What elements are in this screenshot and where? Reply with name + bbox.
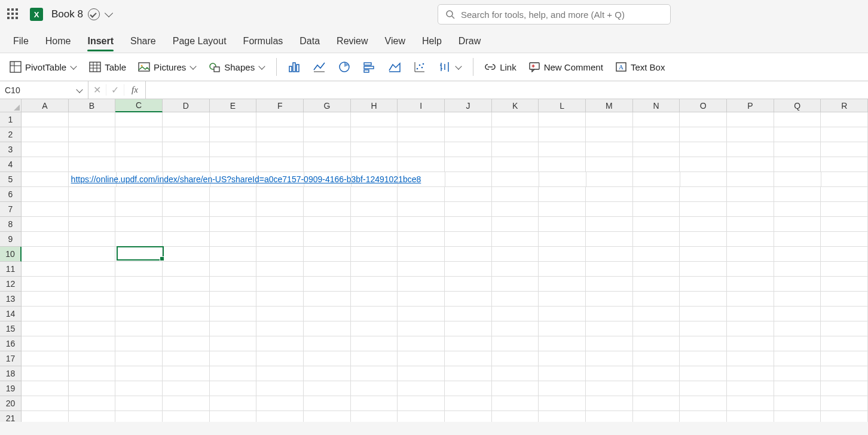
column-header[interactable]: Q [774, 99, 821, 112]
cell[interactable] [492, 262, 539, 277]
cell[interactable] [492, 217, 539, 232]
column-header[interactable]: L [539, 99, 586, 112]
cell[interactable] [633, 247, 680, 262]
cell[interactable] [680, 351, 727, 366]
title-dropdown-icon[interactable] [105, 9, 113, 17]
cell[interactable] [163, 277, 210, 292]
shapes-button[interactable]: Shapes [205, 59, 269, 75]
cell[interactable] [774, 247, 821, 262]
cell[interactable] [492, 277, 539, 292]
cell[interactable] [69, 142, 116, 157]
cell[interactable] [69, 381, 116, 396]
line-chart-button[interactable] [309, 58, 329, 76]
row-header[interactable]: 12 [0, 277, 22, 292]
cell[interactable] [727, 262, 774, 277]
cell[interactable] [351, 262, 398, 277]
cell[interactable] [351, 396, 398, 411]
column-header[interactable]: E [210, 99, 257, 112]
cell[interactable] [633, 366, 680, 381]
cell[interactable] [22, 172, 69, 187]
cell[interactable] [492, 232, 539, 247]
cell[interactable] [163, 351, 210, 366]
cell[interactable] [680, 217, 727, 232]
cell[interactable] [256, 112, 304, 127]
cell[interactable] [22, 247, 69, 262]
row-header[interactable]: 2 [0, 127, 22, 142]
column-header[interactable]: M [586, 99, 633, 112]
cell[interactable] [633, 351, 680, 366]
cell[interactable] [115, 112, 163, 127]
cell[interactable] [539, 187, 586, 202]
cell[interactable] [680, 247, 727, 262]
cell[interactable] [727, 366, 774, 381]
cell[interactable] [680, 411, 727, 422]
cell[interactable] [304, 396, 351, 411]
select-all-corner[interactable] [0, 99, 22, 112]
cell[interactable] [22, 112, 69, 127]
cell[interactable] [680, 127, 727, 142]
fx-icon[interactable]: fx [124, 81, 146, 99]
column-header[interactable]: H [351, 99, 398, 112]
cell[interactable] [727, 112, 774, 127]
cell[interactable] [22, 292, 69, 307]
cell[interactable] [22, 381, 69, 396]
column-chart-button[interactable] [284, 58, 304, 76]
cell[interactable] [351, 202, 398, 217]
cell[interactable] [256, 277, 304, 292]
cell[interactable] [304, 232, 351, 247]
cell[interactable] [774, 277, 821, 292]
cell[interactable] [492, 292, 539, 307]
cell[interactable] [727, 351, 774, 366]
cell[interactable] [22, 321, 69, 336]
cell[interactable] [774, 112, 821, 127]
cell[interactable] [210, 366, 257, 381]
cell[interactable] [351, 321, 398, 336]
cell[interactable] [163, 217, 210, 232]
cell[interactable] [445, 172, 493, 187]
cell[interactable] [69, 232, 116, 247]
cell[interactable] [210, 142, 257, 157]
cell[interactable] [210, 411, 257, 422]
cell[interactable] [256, 262, 304, 277]
cell[interactable] [22, 127, 69, 142]
cell[interactable] [539, 112, 586, 127]
text-box-button[interactable]: A Text Box [612, 59, 669, 75]
cell[interactable] [727, 202, 774, 217]
cell[interactable] [69, 247, 116, 262]
cell[interactable] [727, 381, 774, 396]
cell[interactable] [304, 262, 351, 277]
cell[interactable] [163, 336, 210, 351]
cell[interactable] [256, 127, 304, 142]
cell[interactable] [210, 202, 257, 217]
row-header[interactable]: 18 [0, 366, 22, 381]
cell[interactable] [586, 351, 633, 366]
cell[interactable] [821, 112, 868, 127]
row-header[interactable]: 5 [0, 172, 22, 187]
cell[interactable] [821, 262, 868, 277]
cell[interactable] [22, 262, 69, 277]
cell[interactable] [821, 351, 868, 366]
cell[interactable] [115, 396, 163, 411]
cell[interactable] [680, 366, 727, 381]
cell[interactable] [210, 351, 257, 366]
cell[interactable] [210, 232, 257, 247]
cell[interactable] [586, 321, 633, 336]
cell[interactable] [210, 262, 257, 277]
cell[interactable] [398, 127, 445, 142]
cell[interactable] [633, 292, 680, 307]
cell[interactable] [69, 411, 116, 422]
cell[interactable] [69, 277, 116, 292]
cell[interactable] [821, 187, 868, 202]
cell[interactable] [821, 381, 868, 396]
cell[interactable] [351, 127, 398, 142]
cell[interactable] [774, 187, 821, 202]
cell[interactable] [680, 157, 727, 172]
cell[interactable] [633, 232, 680, 247]
cell[interactable] [539, 351, 586, 366]
cell[interactable] [351, 277, 398, 292]
cell[interactable] [821, 321, 868, 336]
row-header[interactable]: 3 [0, 142, 22, 157]
cell[interactable] [727, 247, 774, 262]
row-header[interactable]: 13 [0, 292, 22, 307]
cell[interactable] [256, 321, 304, 336]
